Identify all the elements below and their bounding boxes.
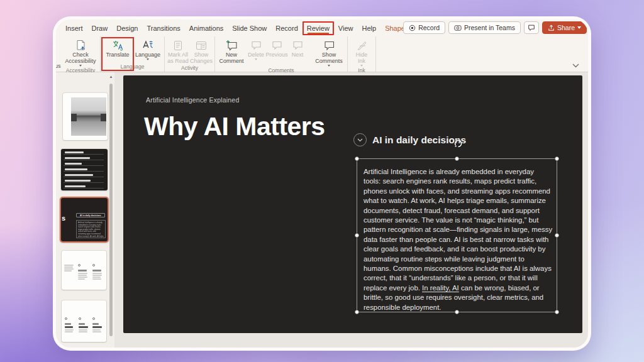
group-ink: Hide Ink Ink <box>348 36 376 72</box>
new-comment-label-1: New <box>226 52 237 58</box>
thumbnail-content-line <box>64 173 104 177</box>
check-accessibility-label-1: Check <box>72 52 89 58</box>
delete-comment-button[interactable]: Delete <box>247 38 265 60</box>
thumbnail-content-line <box>64 178 104 183</box>
collapse-ribbon-button[interactable] <box>572 63 579 68</box>
thumbnail-column <box>65 312 75 333</box>
show-changes-label-1: Show <box>194 52 209 58</box>
slide-section-header[interactable]: AI in daily decisions <box>372 134 466 146</box>
thumbnail-content-line <box>64 167 104 172</box>
hide-ink-button[interactable]: Hide Ink <box>350 38 374 67</box>
tab-help[interactable]: Help <box>358 22 381 35</box>
comments-pane-button[interactable] <box>524 21 539 34</box>
hide-ink-label-1: Hide <box>356 52 368 58</box>
resize-handle-bottom-left[interactable] <box>355 310 359 314</box>
group-comments: New Comment Delete <box>215 36 348 72</box>
next-comment-label: Next <box>292 52 304 58</box>
tab-insert[interactable]: Insert <box>61 22 87 35</box>
translate-icon <box>112 39 124 52</box>
slide-canvas[interactable]: Artificial Intelligence Explained Why AI… <box>123 75 582 333</box>
previous-comment-button[interactable]: Previous <box>266 38 287 58</box>
tab-design[interactable]: Design <box>112 22 142 35</box>
thumbnail-section-header: AI in daily decisions <box>76 213 105 217</box>
language-button[interactable]: Language <box>133 38 162 60</box>
slide-title[interactable]: Why AI Matters <box>144 112 325 141</box>
mark-all-as-read-label-2: as Read <box>167 58 189 64</box>
group-activity: Mark All as Read Show Changes <box>165 36 215 72</box>
tab-record[interactable]: Record <box>271 22 302 35</box>
thumbnail-column <box>92 258 103 280</box>
comment-bubble-icon <box>528 24 535 31</box>
thumbnail-photo <box>71 97 106 136</box>
thumbnail-content-line <box>64 156 104 160</box>
slide-thumbnail-2[interactable] <box>61 149 108 190</box>
tab-animations[interactable]: Animations <box>185 22 228 35</box>
dropdown-caret <box>255 58 257 60</box>
resize-handle-middle-right[interactable] <box>555 233 559 238</box>
thumbnail-column <box>78 258 89 280</box>
resize-handle-bottom-right[interactable] <box>555 310 559 314</box>
selected-text-box[interactable]: Artificial Intelligence is already embed… <box>357 158 557 312</box>
group-label-language: Language <box>103 63 162 72</box>
slide-editor: Artificial Intelligence Explained Why AI… <box>114 72 588 348</box>
slide-thumbnail-5[interactable] <box>62 300 106 342</box>
dropdown-caret <box>360 65 363 67</box>
previous-comment-label: Previous <box>266 52 288 58</box>
slide-thumbnail-4[interactable] <box>62 251 106 290</box>
thumbnail-column <box>79 312 89 333</box>
scroll-up-icon[interactable]: ▲ <box>109 75 113 79</box>
record-label: Record <box>418 24 440 31</box>
resize-handle-top-left[interactable] <box>355 156 359 161</box>
group-language: Translate Language Language <box>101 36 165 72</box>
scrollbar-thumb[interactable] <box>109 84 113 336</box>
new-comment-button[interactable]: New Comment <box>217 38 246 64</box>
delete-comment-icon <box>251 39 262 52</box>
show-comments-button[interactable]: Show Comments <box>313 38 345 67</box>
thumbnail-body-text: Artificial Intelligence is already embed… <box>76 220 106 238</box>
tab-transitions[interactable]: Transitions <box>142 22 184 35</box>
tab-review[interactable]: Review <box>303 22 334 35</box>
slide-eyebrow-text[interactable]: Artificial Intelligence Explained <box>146 96 239 104</box>
new-comment-icon <box>226 39 238 52</box>
show-comments-icon <box>323 39 335 52</box>
language-icon <box>142 39 153 52</box>
share-button[interactable]: Share <box>542 21 587 34</box>
resize-handle-top-center[interactable] <box>455 156 459 161</box>
thumbnail-column <box>64 265 75 272</box>
slide-thumbnail-3-selected[interactable]: s AI in daily decisions Artificial Intel… <box>60 197 109 243</box>
tab-view[interactable]: View <box>334 22 358 35</box>
resize-handle-bottom-center[interactable] <box>455 310 459 314</box>
dropdown-caret <box>147 58 149 60</box>
resize-handle-top-right[interactable] <box>555 156 559 161</box>
cut-off-button-label[interactable]: us <box>56 63 61 69</box>
body-text-part1: Artificial Intelligence is already embed… <box>364 168 552 292</box>
tab-draw[interactable]: Draw <box>87 22 113 35</box>
camera-icon <box>454 25 462 31</box>
check-accessibility-button[interactable]: Check Accessibility <box>63 38 98 67</box>
mark-all-as-read-icon <box>173 39 183 52</box>
next-comment-icon <box>292 39 303 52</box>
desktop-background: Insert Draw Design Transitions Animation… <box>0 0 644 362</box>
tab-slide-show[interactable]: Slide Show <box>228 22 271 35</box>
share-label: Share <box>557 24 575 31</box>
slide-body-text[interactable]: Artificial Intelligence is already embed… <box>364 167 553 312</box>
chevron-down-circle-icon <box>353 133 367 146</box>
record-button[interactable]: Record <box>403 21 445 34</box>
ribbon-tab-bar: Insert Draw Design Transitions Animation… <box>56 19 588 36</box>
present-in-teams-button[interactable]: Present in Teams <box>448 21 521 34</box>
translate-button[interactable]: Translate <box>103 38 133 58</box>
ribbon-tabs: Insert Draw Design Transitions Animation… <box>56 22 433 35</box>
group-accessibility: Check Accessibility Accessibility <box>61 36 101 72</box>
next-comment-button[interactable]: Next <box>288 38 307 58</box>
previous-comment-icon <box>272 39 282 52</box>
thumbnail-content-line <box>64 184 104 189</box>
thumbnail-scrollbar[interactable]: ▲ <box>109 74 113 348</box>
slide-thumbnail-1[interactable] <box>63 93 108 140</box>
show-changes-icon <box>196 39 207 52</box>
mark-all-as-read-label-1: Mark All <box>168 52 188 58</box>
mark-all-as-read-button[interactable]: Mark All as Read <box>167 38 189 64</box>
resize-handle-middle-left[interactable] <box>355 233 359 238</box>
powerpoint-window: Insert Draw Design Transitions Animation… <box>53 16 591 351</box>
show-changes-button[interactable]: Show Changes <box>190 38 213 64</box>
rotate-cursor <box>453 138 464 149</box>
